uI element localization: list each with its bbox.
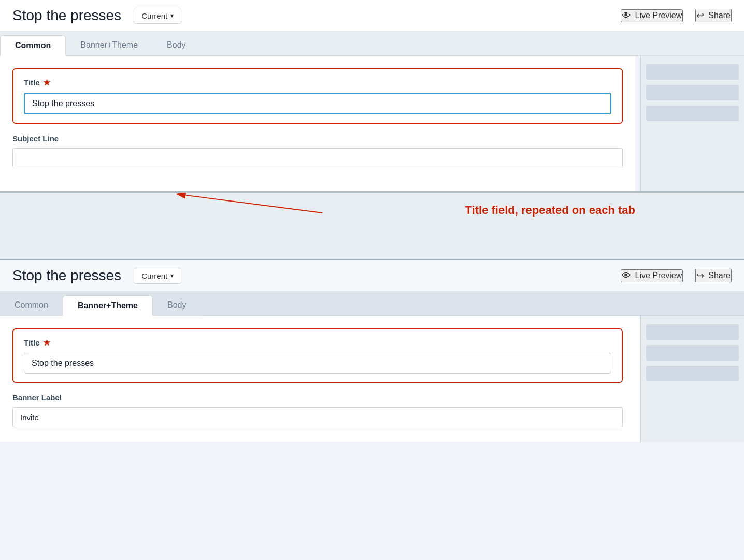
right-hint-1a [646,64,739,80]
annotation-text: Title field, repeated on each tab [465,204,635,217]
share-btn-1[interactable]: ↪ Share [695,9,732,22]
annotation-section: Title field, repeated on each tab [0,191,744,259]
tab-body-2[interactable]: Body [153,295,201,316]
title-section-1: Title ★ [12,68,623,124]
panel1-content: Title ★ Subject Line [0,56,635,191]
tab-banner-theme-1-label: Banner+Theme [80,40,138,49]
panel1: Stop the presses Current ▾ 👁 Live Previe… [0,0,744,191]
required-star-1: ★ [43,78,50,88]
panel1-header-right: 👁 Live Preview ↪ Share [621,9,732,22]
version-dropdown-1[interactable]: Current ▾ [134,8,181,24]
title-label-1: Title ★ [24,78,611,88]
right-hint-2a [646,324,739,340]
tab-body-1-label: Body [167,40,185,49]
share-icon-2: ↪ [696,270,704,281]
title-input-1[interactable] [24,93,611,114]
eye-icon-1: 👁 [622,10,631,21]
banner-label-input[interactable] [12,407,623,427]
panel2-title: Stop the presses [12,267,121,284]
tab-common-2-label: Common [15,300,48,309]
right-hint-2c [646,366,739,381]
required-star-2: ★ [43,338,50,348]
subject-label-1: Subject Line [12,134,623,143]
panel1-title: Stop the presses [12,7,121,24]
tab-common-2[interactable]: Common [0,295,63,316]
tab-banner-theme-2[interactable]: Banner+Theme [63,295,153,316]
right-hint-2b [646,345,739,361]
panel1-tabs: Common Banner+Theme Body [0,32,744,56]
panel2-header: Stop the presses Current ▾ 👁 Live Previe… [0,260,744,292]
version-label-1: Current [141,11,167,20]
subject-input-1[interactable] [12,148,623,168]
subject-section-1: Subject Line [12,134,623,168]
right-panel-2 [640,316,744,442]
tab-body-2-label: Body [167,300,186,309]
annotation-container: Title field, repeated on each tab [465,203,635,218]
version-label-2: Current [141,271,167,280]
title-input-2[interactable] [24,353,611,374]
eye-icon-2: 👁 [622,270,631,281]
tab-banner-theme-1[interactable]: Banner+Theme [66,35,152,56]
panel1-header: Stop the presses Current ▾ 👁 Live Previe… [0,0,744,32]
right-hint-1b [646,85,739,100]
tab-common-1[interactable]: Common [0,35,66,56]
live-preview-label-1: Live Preview [635,11,682,20]
title-label-2: Title ★ [24,338,611,348]
banner-section: Banner Label [12,393,623,427]
live-preview-btn-1[interactable]: 👁 Live Preview [621,9,683,22]
tab-common-1-label: Common [15,41,51,50]
right-panel-1 [640,56,744,191]
app-wrapper: Stop the presses Current ▾ 👁 Live Previe… [0,0,744,442]
panel2-tabs: Common Banner+Theme Body [0,292,744,316]
share-label-2: Share [708,271,731,280]
live-preview-btn-2[interactable]: 👁 Live Preview [621,269,683,282]
share-btn-2[interactable]: ↪ Share [695,269,732,282]
tab-banner-theme-2-label: Banner+Theme [78,301,138,310]
tab-body-1[interactable]: Body [152,35,200,56]
title-section-2: Title ★ [12,328,623,383]
version-dropdown-2[interactable]: Current ▾ [134,268,181,284]
banner-label-label: Banner Label [12,393,623,402]
right-hint-1c [646,106,739,121]
share-icon-1: ↪ [696,10,704,21]
chevron-down-icon-2: ▾ [170,272,174,279]
live-preview-label-2: Live Preview [635,271,682,280]
svg-line-1 [185,195,322,213]
panel2-content: Title ★ Banner Label [0,316,635,442]
panel2-header-right: 👁 Live Preview ↪ Share [621,269,732,282]
panel2: Stop the presses Current ▾ 👁 Live Previe… [0,259,744,442]
chevron-down-icon-1: ▾ [170,12,174,19]
share-label-1: Share [708,11,731,20]
